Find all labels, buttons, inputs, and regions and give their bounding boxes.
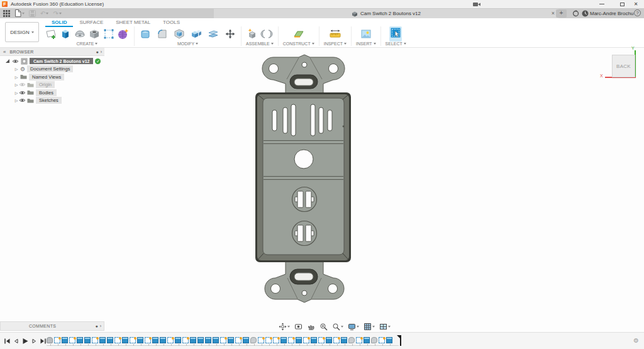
timeline-feature-extrude[interactable] (205, 337, 211, 343)
tree-caret-icon[interactable]: ▷ (14, 82, 19, 87)
user-name[interactable]: Marc-Andre Brochu (590, 11, 633, 16)
bottom-mounting-bracket[interactable] (265, 260, 344, 302)
timeline-feature-extrude[interactable] (190, 337, 196, 343)
browser-item-document-settings[interactable]: ▷ ⚙ Document Settings (14, 65, 101, 74)
timeline-feature-extrude[interactable] (228, 337, 234, 343)
round-hole[interactable] (294, 150, 313, 169)
update-status-icon[interactable] (572, 10, 579, 17)
timeline-feature-extrude[interactable] (107, 337, 113, 343)
move-icon[interactable] (224, 28, 236, 40)
help-icon[interactable]: ? (634, 9, 641, 16)
bottom-screw-hole-left[interactable] (271, 284, 280, 294)
revolve-icon[interactable] (74, 28, 86, 40)
comments-expand-icon[interactable]: › (100, 324, 101, 328)
group-construct-dropdown[interactable]: CONSTRUCT (283, 42, 314, 46)
timeline-feature-extrude[interactable] (62, 337, 68, 343)
browser-item-sketches[interactable]: ▷ Sketches (14, 97, 101, 105)
timeline-feature-extrude[interactable] (386, 337, 392, 343)
model-wall-plate[interactable] (253, 53, 353, 304)
comments-options-icon[interactable]: ● (95, 324, 97, 328)
display-settings-button[interactable] (348, 323, 359, 331)
go-to-start-button[interactable] (4, 338, 11, 345)
expand-triangle-icon[interactable] (6, 59, 9, 63)
timeline-feature-base[interactable] (47, 337, 53, 343)
orbit-button[interactable] (279, 323, 290, 331)
visibility-off-eye-icon[interactable] (19, 82, 26, 87)
browser-item-origin[interactable]: ▷ Origin (14, 81, 101, 89)
timeline-feature-fillet[interactable] (348, 337, 355, 343)
zoom-button[interactable] (319, 323, 328, 331)
timeline-feature-sketch[interactable] (333, 337, 340, 343)
timeline-feature-extrude[interactable] (99, 337, 106, 343)
bottom-center-hole[interactable] (302, 291, 307, 296)
timeline-feature-sketch[interactable] (114, 337, 121, 343)
timeline-feature-sketch[interactable] (379, 337, 385, 343)
file-menu[interactable] (14, 9, 25, 17)
joint-icon[interactable] (260, 28, 273, 40)
timeline-feature-sketch[interactable] (54, 337, 60, 343)
press-pull-icon[interactable] (139, 28, 152, 40)
pan-button[interactable] (307, 323, 315, 331)
design-workspace-menu[interactable]: DESIGN (5, 22, 39, 42)
collapse-panel-icon[interactable]: « (3, 48, 6, 55)
go-to-end-button[interactable] (40, 338, 47, 345)
select-icon[interactable] (389, 26, 402, 39)
create-sketch-icon[interactable] (45, 28, 57, 40)
timeline-feature-extrude[interactable] (122, 337, 128, 343)
timeline-feature-extrude[interactable] (77, 337, 83, 343)
combine-icon[interactable] (190, 28, 203, 40)
save-icon[interactable] (29, 10, 36, 17)
timeline-feature-extrude[interactable] (341, 337, 347, 343)
timeline-feature-sketch[interactable] (303, 337, 309, 343)
offset-face-icon[interactable] (207, 28, 219, 40)
browser-options-icon[interactable]: ● (96, 50, 98, 54)
create-form-icon[interactable] (117, 28, 130, 40)
item-label[interactable]: Named Views (29, 74, 64, 80)
group-insert-dropdown[interactable]: INSERT (356, 42, 376, 46)
bottom-screw-hole-right[interactable] (328, 284, 338, 294)
timeline-feature-sketch[interactable] (182, 337, 189, 343)
timeline-feature-sketch[interactable] (258, 337, 264, 343)
top-mounting-bracket[interactable] (262, 55, 345, 94)
play-button[interactable] (21, 338, 29, 345)
timeline-playhead[interactable] (400, 335, 401, 346)
close-tab-icon[interactable]: × (552, 9, 555, 18)
top-screw-hole-right[interactable] (329, 64, 338, 74)
timeline-feature-sketch[interactable] (69, 337, 75, 343)
look-at-button[interactable] (294, 323, 303, 331)
step-back-button[interactable] (13, 338, 19, 345)
browser-item-bodies[interactable]: ▷ Bodies (14, 89, 101, 97)
new-tab-button[interactable]: + (556, 9, 567, 18)
fit-button[interactable] (332, 323, 343, 331)
timeline-feature-sketch[interactable] (235, 337, 242, 343)
extrude-icon[interactable] (59, 28, 72, 40)
new-component-icon[interactable] (246, 28, 258, 40)
fillet-icon[interactable] (156, 28, 169, 40)
minimize-button[interactable] (595, 0, 609, 8)
viewcube-face-label[interactable]: BACK (616, 64, 631, 69)
top-screw-hole-left[interactable] (269, 64, 279, 74)
tab-tools[interactable]: TOOLS (157, 18, 186, 27)
item-label[interactable]: Document Settings (27, 65, 73, 72)
timeline-feature-extrude[interactable] (280, 337, 287, 343)
timeline-feature-fillet[interactable] (250, 337, 257, 343)
tree-caret-icon[interactable]: ▷ (14, 75, 19, 79)
timeline-feature-extrude[interactable] (84, 337, 91, 343)
timeline-feature-extrude[interactable] (213, 337, 219, 343)
tab-surface[interactable]: SURFACE (73, 18, 109, 27)
step-forward-button[interactable] (31, 338, 38, 345)
timeline-feature-extrude[interactable] (326, 337, 332, 343)
visibility-eye-icon[interactable] (19, 90, 26, 96)
visibility-eye-icon[interactable] (19, 97, 26, 103)
top-center-hole[interactable] (302, 62, 307, 67)
viewports-button[interactable] (379, 323, 391, 331)
timeline-feature-extrude[interactable] (364, 337, 370, 343)
tree-caret-icon[interactable]: ▷ (14, 91, 19, 95)
group-create-dropdown[interactable]: CREATE (77, 42, 98, 46)
job-status-clock-icon[interactable] (582, 10, 589, 17)
timeline-feature-sketch[interactable] (356, 337, 362, 343)
timeline-feature-extrude[interactable] (175, 337, 181, 343)
tab-solid[interactable]: SOLID (45, 18, 73, 27)
group-modify-dropdown[interactable]: MODIFY (177, 42, 198, 46)
root-component-name[interactable]: Cam Switch 2 Boutons v12 (30, 58, 93, 64)
